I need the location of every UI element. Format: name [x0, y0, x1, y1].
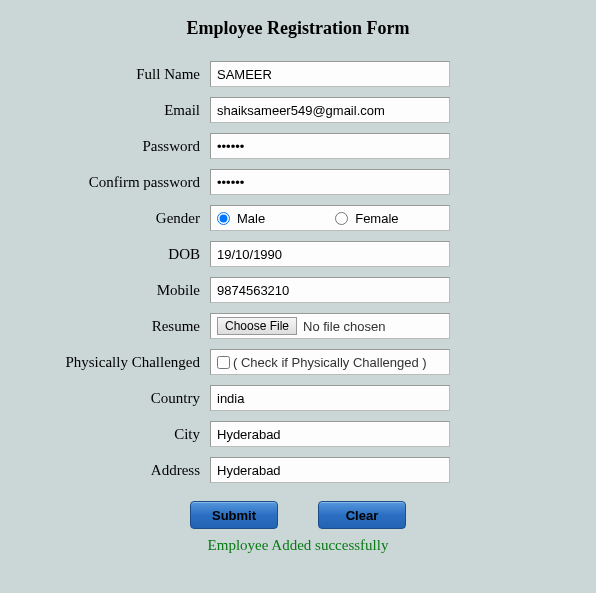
- label-city: City: [0, 426, 210, 443]
- label-address: Address: [0, 462, 210, 479]
- label-mobile: Mobile: [0, 282, 210, 299]
- label-resume: Resume: [0, 318, 210, 335]
- dob-input[interactable]: [210, 241, 450, 267]
- radio-male-text: Male: [237, 211, 265, 226]
- choose-file-button[interactable]: Choose File: [217, 317, 297, 335]
- email-input[interactable]: [210, 97, 450, 123]
- physically-challenged-checkbox[interactable]: [217, 356, 230, 369]
- physically-challenged-box: ( Check if Physically Challenged ): [210, 349, 450, 375]
- radio-female[interactable]: [335, 212, 348, 225]
- confirm-password-input[interactable]: [210, 169, 450, 195]
- clear-button[interactable]: Clear: [318, 501, 406, 529]
- label-email: Email: [0, 102, 210, 119]
- label-password: Password: [0, 138, 210, 155]
- label-gender: Gender: [0, 210, 210, 227]
- city-input[interactable]: [210, 421, 450, 447]
- label-confirm-password: Confirm password: [0, 174, 210, 191]
- file-status-text: No file chosen: [303, 319, 385, 334]
- label-physically-challenged: Physically Challenged: [0, 354, 210, 371]
- physically-challenged-text: ( Check if Physically Challenged ): [233, 355, 427, 370]
- radio-male[interactable]: [217, 212, 230, 225]
- mobile-input[interactable]: [210, 277, 450, 303]
- gender-group: Male Female: [210, 205, 450, 231]
- fullname-input[interactable]: [210, 61, 450, 87]
- resume-box: Choose File No file chosen: [210, 313, 450, 339]
- label-country: Country: [0, 390, 210, 407]
- radio-female-text: Female: [355, 211, 398, 226]
- label-fullname: Full Name: [0, 66, 210, 83]
- radio-female-label[interactable]: Female: [335, 211, 398, 226]
- password-input[interactable]: [210, 133, 450, 159]
- country-input[interactable]: [210, 385, 450, 411]
- address-input[interactable]: [210, 457, 450, 483]
- submit-button[interactable]: Submit: [190, 501, 278, 529]
- page-title: Employee Registration Form: [0, 18, 596, 39]
- status-message: Employee Added successfully: [0, 537, 596, 554]
- radio-male-label[interactable]: Male: [217, 211, 265, 226]
- label-dob: DOB: [0, 246, 210, 263]
